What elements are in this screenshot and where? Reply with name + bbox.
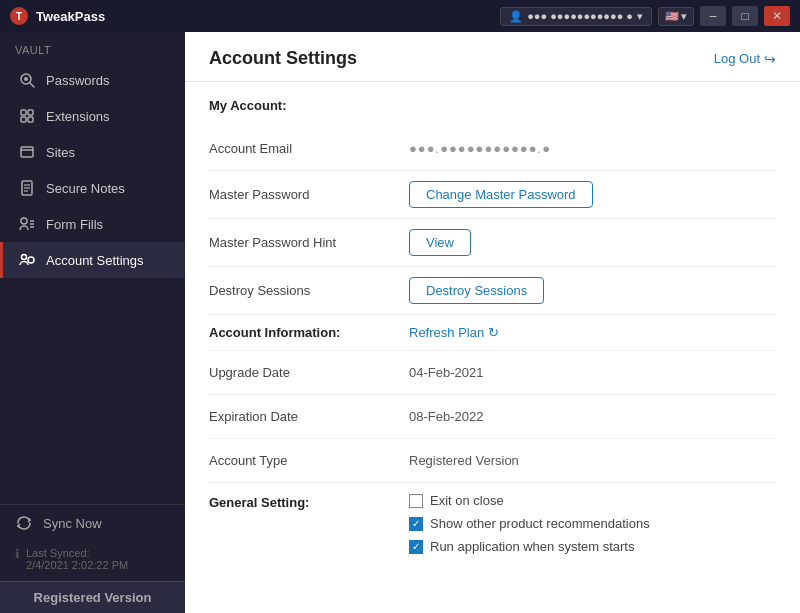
account-information-heading: Account Information: <box>209 325 409 340</box>
sites-icon <box>18 143 36 161</box>
flag-dropdown-arrow: ▾ <box>681 10 687 23</box>
show-recommendations-checkbox[interactable]: ✓ <box>409 517 423 531</box>
app-logo: T <box>10 7 28 25</box>
sidebar: Vault Passwords Extensions <box>0 32 185 613</box>
sidebar-item-passwords[interactable]: Passwords <box>0 62 185 98</box>
refresh-icon: ↻ <box>488 325 499 340</box>
sidebar-spacer <box>0 278 185 504</box>
account-type-row: Account Type Registered Version <box>209 439 776 483</box>
vault-section-label: Vault <box>0 32 185 62</box>
sidebar-bottom: Sync Now ℹ Last Synced: 2/4/2021 2:02:22… <box>0 504 185 581</box>
expiration-date-label: Expiration Date <box>209 409 409 424</box>
exit-on-close-checkbox-row[interactable]: Exit on close <box>409 493 650 508</box>
user-email-display: ●●● ●●●●●●●●●●● ● <box>527 10 633 22</box>
account-type-label: Account Type <box>209 453 409 468</box>
show-recommendations-label: Show other product recommendations <box>430 516 650 531</box>
user-dropdown[interactable]: 👤 ●●● ●●●●●●●●●●● ● ▾ <box>500 7 652 26</box>
sites-label: Sites <box>46 145 75 160</box>
svg-rect-6 <box>28 117 33 122</box>
content-area: Account Settings Log Out ↪ My Account: A… <box>185 32 800 613</box>
last-synced-label: Last Synced: <box>26 547 90 559</box>
close-button[interactable]: ✕ <box>764 6 790 26</box>
upgrade-date-row: Upgrade Date 04-Feb-2021 <box>209 351 776 395</box>
svg-line-1 <box>30 83 34 87</box>
registered-version-bar: Registered Version <box>0 581 185 613</box>
svg-point-13 <box>21 218 27 224</box>
logout-icon: ↪ <box>764 51 776 67</box>
maximize-button[interactable]: □ <box>732 6 758 26</box>
sidebar-item-form-fills[interactable]: Form Fills <box>0 206 185 242</box>
account-email-row: Account Email ●●●.●●●●●●●●●●●.● <box>209 127 776 171</box>
svg-rect-3 <box>21 110 26 115</box>
run-on-startup-checkbox-row[interactable]: ✓ Run application when system starts <box>409 539 650 554</box>
master-password-row: Master Password Change Master Password <box>209 171 776 219</box>
sidebar-item-sites[interactable]: Sites <box>0 134 185 170</box>
main-layout: Vault Passwords Extensions <box>0 32 800 613</box>
user-icon: 👤 <box>509 10 523 23</box>
general-setting-heading: General Setting: <box>209 493 409 510</box>
expiration-date-value: 08-Feb-2022 <box>409 409 483 424</box>
run-on-startup-checkbox[interactable]: ✓ <box>409 540 423 554</box>
app-name: TweakPass <box>36 9 500 24</box>
sidebar-item-secure-notes[interactable]: Secure Notes <box>0 170 185 206</box>
change-master-password-button[interactable]: Change Master Password <box>409 181 593 208</box>
master-password-hint-label: Master Password Hint <box>209 235 409 250</box>
svg-point-17 <box>22 255 27 260</box>
sync-now-item[interactable]: Sync Now <box>0 505 185 541</box>
passwords-icon <box>18 71 36 89</box>
svg-rect-7 <box>21 147 33 157</box>
language-selector[interactable]: 🇺🇸 ▾ <box>658 7 694 26</box>
destroy-sessions-button[interactable]: Destroy Sessions <box>409 277 544 304</box>
title-bar-controls: 👤 ●●● ●●●●●●●●●●● ● ▾ 🇺🇸 ▾ – □ ✕ <box>500 6 790 26</box>
master-password-hint-row: Master Password Hint View <box>209 219 776 267</box>
passwords-label: Passwords <box>46 73 110 88</box>
last-synced-info: ℹ Last Synced: 2/4/2021 2:02:22 PM <box>0 541 185 581</box>
view-hint-button[interactable]: View <box>409 229 471 256</box>
upgrade-date-label: Upgrade Date <box>209 365 409 380</box>
checkboxes-container: Exit on close ✓ Show other product recom… <box>409 493 650 554</box>
flag-icon: 🇺🇸 <box>665 10 679 23</box>
account-email-value: ●●●.●●●●●●●●●●●.● <box>409 141 551 156</box>
title-bar: T TweakPass 👤 ●●● ●●●●●●●●●●● ● ▾ 🇺🇸 ▾ –… <box>0 0 800 32</box>
expiration-date-row: Expiration Date 08-Feb-2022 <box>209 395 776 439</box>
minimize-button[interactable]: – <box>700 6 726 26</box>
sidebar-item-account-settings[interactable]: Account Settings <box>0 242 185 278</box>
exit-on-close-checkbox[interactable] <box>409 494 423 508</box>
master-password-label: Master Password <box>209 187 409 202</box>
content-header: Account Settings Log Out ↪ <box>185 32 800 82</box>
sync-now-label: Sync Now <box>43 516 102 531</box>
page-title: Account Settings <box>209 48 357 69</box>
destroy-sessions-row: Destroy Sessions Destroy Sessions <box>209 267 776 315</box>
settings-body: My Account: Account Email ●●●.●●●●●●●●●●… <box>185 82 800 580</box>
account-settings-icon <box>18 251 36 269</box>
last-synced-value: 2/4/2021 2:02:22 PM <box>26 559 128 571</box>
account-type-value: Registered Version <box>409 453 519 468</box>
my-account-heading: My Account: <box>209 98 776 113</box>
account-settings-label: Account Settings <box>46 253 144 268</box>
sidebar-item-extensions[interactable]: Extensions <box>0 98 185 134</box>
exit-on-close-label: Exit on close <box>430 493 504 508</box>
svg-point-2 <box>24 77 28 81</box>
dropdown-arrow-icon: ▾ <box>637 10 643 23</box>
account-email-label: Account Email <box>209 141 409 156</box>
logout-button[interactable]: Log Out ↪ <box>714 51 776 67</box>
refresh-plan-link[interactable]: Refresh Plan ↻ <box>409 325 499 340</box>
upgrade-date-value: 04-Feb-2021 <box>409 365 483 380</box>
form-fills-label: Form Fills <box>46 217 103 232</box>
form-fills-icon <box>18 215 36 233</box>
secure-notes-icon <box>18 179 36 197</box>
svg-rect-4 <box>28 110 33 115</box>
destroy-sessions-label: Destroy Sessions <box>209 283 409 298</box>
general-setting-row: General Setting: Exit on close ✓ Show ot… <box>209 483 776 564</box>
svg-rect-5 <box>21 117 26 122</box>
secure-notes-label: Secure Notes <box>46 181 125 196</box>
account-information-row: Account Information: Refresh Plan ↻ <box>209 315 776 351</box>
info-icon: ℹ <box>15 547 20 561</box>
sync-icon <box>15 514 33 532</box>
run-on-startup-label: Run application when system starts <box>430 539 634 554</box>
show-recommendations-checkbox-row[interactable]: ✓ Show other product recommendations <box>409 516 650 531</box>
extensions-label: Extensions <box>46 109 110 124</box>
extensions-icon <box>18 107 36 125</box>
